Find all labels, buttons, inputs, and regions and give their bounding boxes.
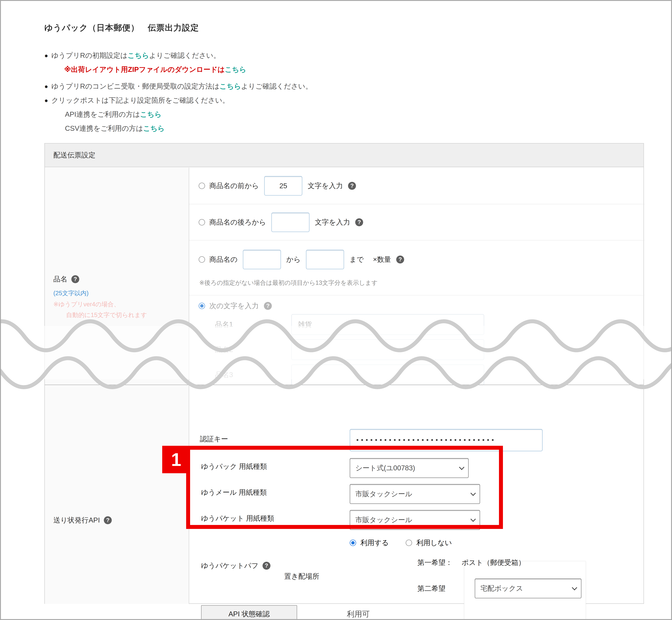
use-yes-radio[interactable] (350, 539, 356, 546)
settings-page: ゆうパック（日本郵便） 伝票出力設定 ● ゆうプリRの初期設定はこちらよりご確認… (0, 0, 672, 620)
use-yes-label: 利用する (360, 538, 389, 548)
help-icon[interactable]: ? (348, 182, 356, 190)
option-label: 商品名の後ろから (209, 217, 266, 227)
api-label-row: 送り状発行API ? (53, 516, 112, 525)
hinmei-label-row: 品名 ? (53, 274, 79, 284)
note-text: API連携をご利用の方は (65, 110, 140, 119)
help-icon[interactable]: ? (264, 302, 272, 310)
range-option-line: 商品名の から まで ×数量 ? (189, 241, 645, 278)
table-left-column: 品名 ? (25文字以内) ※ゆうプリver4の場合、 自動的に15文字で切られ… (45, 168, 189, 604)
zip-warning-text: ※出荷レイアウト用ZIPファイルのダウンロードは (64, 65, 225, 74)
okihai-place-label: 置き配場所 (284, 572, 319, 581)
name-back-option-row: 商品名の後ろから 文字を入力 ? (189, 204, 645, 241)
name-front-option-row: 商品名の前から 文字を入力 ? (189, 168, 645, 204)
option-label: 文字を入力 (307, 181, 343, 191)
use-api-radio-group: 利用する 利用しない (350, 538, 452, 548)
option-label: 商品名の (209, 255, 237, 264)
range-note: ※後ろの指定がない場合は最初の項目から13文字分を表示します (189, 278, 645, 287)
bullet-icon: ● (44, 83, 51, 90)
option-label: 文字を入力 (315, 217, 350, 227)
csv-kochira-link[interactable]: こちら (143, 124, 165, 133)
help-icon[interactable]: ? (263, 562, 271, 570)
kochira-link[interactable]: こちら (220, 82, 241, 91)
range-from-input[interactable] (243, 250, 281, 269)
name-back-radio[interactable] (199, 219, 205, 225)
yupacket-puff-label: ゆうパケットパフ (201, 561, 259, 570)
selected-value: 宅配ボックス (481, 584, 523, 593)
note-text: よりご確認ください。 (149, 51, 220, 60)
range-to-input[interactable] (306, 250, 344, 269)
hinmei-ver4-note-2: 自動的に15文字で切られます (66, 311, 147, 319)
option-label: から (286, 255, 301, 264)
api-settings-section: 認証キー 1 ゆうパック 用紙種類 シート式(ユ00783) ゆうメール 用紙種… (189, 409, 645, 620)
help-icon[interactable]: ? (396, 256, 404, 263)
note-text: クリックポストは下記より設定箇所をご確認ください。 (51, 96, 229, 105)
use-no-label: 利用しない (416, 538, 452, 548)
use-no-radio[interactable] (406, 539, 412, 546)
first-choice-row: 第一希望： ポスト（郵便受箱） (417, 558, 525, 567)
zip-kochira-link[interactable]: こちら (225, 65, 246, 74)
bullet-icon: ● (44, 97, 51, 104)
auth-key-label: 認証キー (200, 434, 228, 444)
content-omitted-wash (1, 326, 672, 379)
table-right-column: 商品名の前から 文字を入力 ? 商品名の後ろから 文字を入力 ? 商品名の から (189, 168, 645, 604)
hinmei-ver4-note-1: ※ゆうプリver4の場合、 (53, 300, 120, 308)
hinmei-char-limit: (25文字以内) (53, 289, 89, 297)
first-choice-value: ポスト（郵便受箱） (462, 558, 525, 567)
help-icon[interactable]: ? (355, 218, 363, 226)
option-label: 次の文字を入力 (209, 301, 259, 311)
annotation-badge-1: 1 (162, 446, 190, 473)
back-char-count-input[interactable] (271, 212, 310, 232)
note-line-csv: CSV連携をご利用の方はこちら (44, 121, 639, 136)
second-choice-select[interactable]: 宅配ボックス (475, 578, 581, 598)
note-line: ● ゆうプリRのコンビニ受取・郵便局受取の設定方法はこちらよりご確認ください。 (44, 79, 639, 93)
option-label: まで (349, 255, 364, 264)
note-line-zip: ※出荷レイアウト用ZIPファイルのダウンロードはこちら (44, 62, 639, 76)
help-icon[interactable]: ? (104, 516, 112, 524)
front-char-count-input[interactable] (264, 176, 302, 196)
name-range-option-row: 商品名の から まで ×数量 ? ※後ろの指定がない場合は最初の項目から13文字… (189, 241, 645, 295)
kochira-link[interactable]: こちら (128, 51, 149, 60)
api-section-label: 送り状発行API (53, 516, 100, 525)
intro-notes: ● ゆうプリRの初期設定はこちらよりご確認ください。 ※出荷レイアウト用ZIPフ… (44, 49, 639, 136)
second-choice-label: 第二希望 (417, 584, 445, 593)
note-line: ● ゆうプリRの初期設定はこちらよりご確認ください。 (44, 49, 639, 62)
note-text: よりご確認ください。 (241, 82, 313, 91)
table-header: 配送伝票設定 (45, 144, 643, 167)
note-line-api: API連携をご利用の方はこちら (44, 107, 639, 121)
help-icon[interactable]: ? (71, 275, 79, 283)
note-text: ゆうプリRの初期設定は (51, 51, 128, 60)
note-line: ● クリックポストは下記より設定箇所をご確認ください。 (44, 93, 639, 107)
hinmei-label: 品名 (53, 274, 67, 284)
name-range-radio[interactable] (199, 256, 205, 263)
option-label: 商品名の前から (209, 181, 259, 191)
qty-label: ×数量 (373, 255, 391, 264)
api-kochira-link[interactable]: こちら (140, 110, 161, 119)
section-divider (45, 384, 643, 385)
page-title: ゆうパック（日本郵便） 伝票出力設定 (44, 22, 199, 34)
annotation-red-box (186, 446, 503, 529)
api-status-value: 利用可 (347, 609, 370, 619)
bullet-icon: ● (44, 52, 51, 59)
name-front-radio[interactable] (199, 183, 205, 189)
first-choice-label: 第一希望： (417, 558, 452, 567)
fixed-text-radio-selected[interactable] (199, 303, 205, 309)
api-status-check-button[interactable]: API 状態確認 (201, 605, 297, 620)
note-text: ゆうプリRのコンビニ受取・郵便局受取の設定方法は (51, 82, 220, 91)
chevron-down-icon (572, 585, 577, 590)
yupacket-puff-row: ゆうパケットパフ ? (201, 561, 271, 570)
fixed-text-line: 次の文字を入力 ? (189, 295, 645, 314)
note-text: CSV連携をご利用の方は (65, 124, 143, 133)
